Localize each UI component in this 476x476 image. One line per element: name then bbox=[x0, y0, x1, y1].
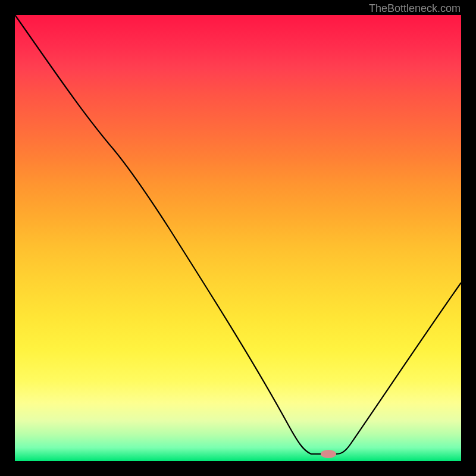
plot-area bbox=[15, 15, 461, 461]
curve-svg bbox=[15, 15, 461, 461]
bottleneck-curve bbox=[15, 15, 461, 454]
optimal-marker bbox=[321, 450, 336, 458]
chart-container: TheBottleneck.com bbox=[0, 0, 476, 476]
attribution-label: TheBottleneck.com bbox=[369, 2, 461, 15]
